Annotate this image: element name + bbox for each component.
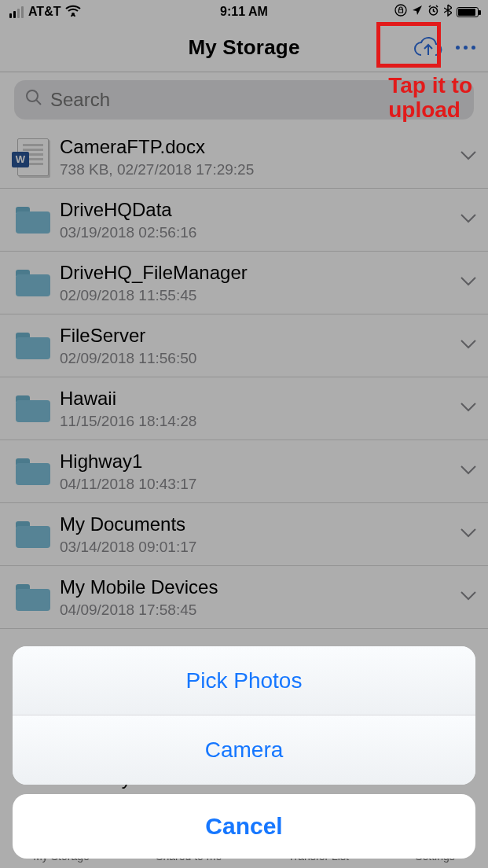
item-title: DriveHQ_FileManager	[60, 262, 449, 284]
action-sheet: Pick Photos Camera Cancel	[0, 646, 488, 868]
battery-icon	[457, 7, 479, 17]
more-menu-button[interactable]	[456, 46, 475, 50]
item-subtitle: 04/09/2018 17:58:45	[60, 601, 449, 619]
list-item[interactable]: W CameraFTP.docx 738 KB, 02/27/2018 17:2…	[0, 126, 488, 189]
search-icon	[25, 89, 42, 111]
folder-icon	[16, 458, 50, 485]
chevron-down-icon[interactable]	[449, 213, 488, 227]
status-bar: AT&T 9:11 AM	[0, 0, 488, 24]
folder-icon	[16, 521, 50, 548]
item-title: FileServer	[60, 325, 449, 347]
item-title: DriveHQData	[60, 199, 449, 221]
item-subtitle: 02/09/2018 11:56:50	[60, 350, 449, 367]
list-item[interactable]: DriveHQData 03/19/2018 02:56:16	[0, 189, 488, 252]
annotation-box	[376, 22, 441, 68]
item-title: Highway1	[60, 451, 449, 473]
item-subtitle: 03/14/2018 09:01:17	[60, 539, 449, 556]
item-title: CameraFTP.docx	[60, 136, 449, 158]
list-item[interactable]: Highway1 04/11/2018 10:43:17	[0, 440, 488, 503]
chevron-down-icon[interactable]	[449, 276, 488, 290]
chevron-down-icon[interactable]	[449, 339, 488, 353]
action-pick-photos[interactable]: Pick Photos	[13, 646, 475, 715]
item-title: My Documents	[60, 513, 449, 535]
item-title: My Mobile Devices	[60, 576, 449, 598]
status-time: 9:11 AM	[0, 5, 488, 19]
item-title: Hawaii	[60, 388, 449, 410]
page-title: My Storage	[188, 35, 299, 60]
file-list: W CameraFTP.docx 738 KB, 02/27/2018 17:2…	[0, 126, 488, 629]
list-item[interactable]: My Mobile Devices 04/09/2018 17:58:45	[0, 566, 488, 629]
item-subtitle: 04/11/2018 10:43:17	[60, 476, 449, 493]
chevron-down-icon[interactable]	[449, 528, 488, 542]
folder-icon	[16, 395, 50, 422]
action-camera[interactable]: Camera	[13, 715, 475, 785]
chevron-down-icon[interactable]	[449, 590, 488, 605]
item-subtitle: 11/15/2016 18:14:28	[60, 413, 449, 430]
chevron-down-icon[interactable]	[449, 465, 488, 479]
item-subtitle: 03/19/2018 02:56:16	[60, 224, 449, 241]
svg-line-4	[36, 100, 41, 105]
nav-header: My Storage Tap it toupload	[0, 24, 488, 72]
folder-icon	[16, 207, 50, 234]
cancel-button[interactable]: Cancel	[13, 794, 475, 859]
chevron-down-icon[interactable]	[449, 402, 488, 416]
item-subtitle: 738 KB, 02/27/2018 17:29:25	[60, 161, 449, 178]
list-item[interactable]: DriveHQ_FileManager 02/09/2018 11:55:45	[0, 252, 488, 314]
folder-icon	[16, 333, 50, 359]
word-document-icon: W	[17, 138, 49, 176]
chevron-down-icon[interactable]	[449, 150, 488, 164]
list-item[interactable]: Hawaii 11/15/2016 18:14:28	[0, 377, 488, 440]
list-item[interactable]: My Documents 03/14/2018 09:01:17	[0, 503, 488, 566]
svg-point-3	[27, 90, 38, 101]
list-item[interactable]: FileServer 02/09/2018 11:56:50	[0, 314, 488, 377]
folder-icon	[16, 584, 50, 611]
folder-icon	[16, 270, 50, 296]
item-subtitle: 02/09/2018 11:55:45	[60, 287, 449, 304]
annotation-text: Tap it toupload	[388, 74, 472, 123]
